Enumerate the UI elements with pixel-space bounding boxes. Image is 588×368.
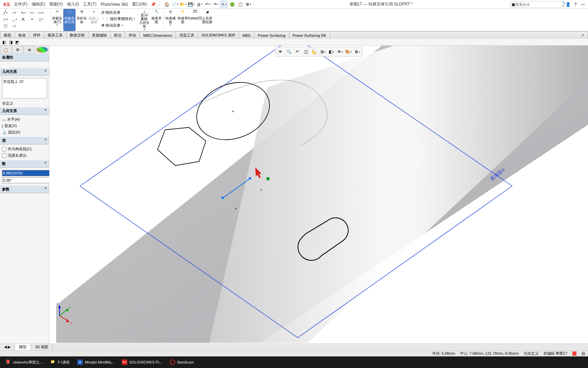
- param-angle-input[interactable]: [2, 177, 51, 183]
- open-icon[interactable]: 📂▾: [179, 1, 187, 8]
- mirror-button[interactable]: ⇄ 镜向实体: [101, 10, 136, 15]
- param-length-input[interactable]: [2, 170, 51, 176]
- text-icon[interactable]: A: [19, 17, 27, 22]
- panel-tab-prop[interactable]: ⚙: [12, 46, 24, 54]
- task-explorer[interactable]: 📁F:\课程: [47, 357, 73, 367]
- polygon-icon[interactable]: ⬡: [1, 24, 10, 28]
- menu-insert[interactable]: 插入(I): [65, 1, 81, 7]
- menu-view[interactable]: 视图(V): [47, 1, 65, 7]
- more-params-header[interactable]: 参数⌃: [0, 186, 49, 193]
- help-icon[interactable]: ?: [572, 1, 579, 8]
- rel-fix[interactable]: ⚓ 固定(F): [2, 129, 47, 136]
- menu-file[interactable]: 文件(F): [12, 1, 29, 7]
- quick-snap-button[interactable]: ◎快速捕 捉▾: [164, 9, 177, 31]
- task-mindjet[interactable]: MMindjet MindMa...: [74, 357, 118, 367]
- linear-pattern-button[interactable]: ⋮⋮ 线性草图阵列▾: [101, 16, 136, 22]
- tab-power-surfacing[interactable]: Power Surfacing: [255, 31, 289, 39]
- select-icon[interactable]: ↖▾: [220, 1, 228, 8]
- zoom-area-icon[interactable]: 🔍: [285, 48, 293, 56]
- tab-power-surfacing-re[interactable]: Power Surfacing RE: [289, 31, 330, 39]
- status-suffix[interactable]: 自: [582, 351, 585, 356]
- menu-pin-icon[interactable]: 📌: [149, 2, 158, 7]
- circle-icon[interactable]: ○▾: [10, 10, 18, 15]
- home-icon[interactable]: 🏠: [163, 1, 170, 8]
- menu-edit[interactable]: 编辑(E): [30, 1, 47, 7]
- display-style-icon[interactable]: ◧▾: [328, 48, 335, 56]
- scene-icon[interactable]: 🖥▾: [353, 48, 361, 56]
- spline-icon[interactable]: ∿▾: [19, 10, 27, 15]
- panel-tab-tree[interactable]: 📋: [0, 46, 12, 54]
- search-input[interactable]: [515, 2, 562, 6]
- save-icon[interactable]: 💾▾: [187, 1, 195, 8]
- tab-expand-icon[interactable]: ⤢: [578, 31, 588, 39]
- new-icon[interactable]: 📄▾: [171, 1, 179, 8]
- graphics-viewport[interactable]: 👁 🔍 ↶ ◫ 📐 ⊞▾ ◧▾ 👁▾ 🎨▾ 🖥▾: [49, 46, 588, 343]
- redo-icon[interactable]: ↷▾: [212, 1, 219, 8]
- panel-tab-config[interactable]: ⊕: [23, 46, 35, 54]
- repair-sketch-button[interactable]: 🔧修复草 图: [150, 9, 163, 31]
- tab-direct-edit[interactable]: 直接编辑: [88, 31, 111, 39]
- display-relations-button[interactable]: ⊥显示/删除 几何关系▾: [138, 9, 150, 31]
- tab-annotate[interactable]: 标注: [111, 31, 125, 39]
- options-header[interactable]: 项⌃: [0, 137, 49, 144]
- rel-horizontal[interactable]: — 水平(H): [2, 116, 47, 123]
- infinite-length-checkbox[interactable]: [2, 153, 6, 158]
- appearance-icon[interactable]: 🎨▾: [345, 48, 352, 56]
- task-solidworks-doc[interactable]: 📕olidworks草图之...: [2, 357, 46, 367]
- tab-arrows[interactable]: ◀ ▶: [0, 344, 15, 350]
- menu-tools[interactable]: 工具(T): [81, 1, 98, 7]
- rebuild-icon[interactable]: 🟢: [228, 1, 236, 8]
- menu-window[interactable]: 窗口(W): [130, 1, 149, 7]
- tab-3d-view[interactable]: 3D 视图: [31, 344, 53, 350]
- slot-icon[interactable]: ⬭▾: [1, 17, 10, 22]
- line-icon[interactable]: ╱▾: [1, 10, 10, 15]
- instant2d-button[interactable]: 2DInstant2D: [189, 9, 201, 31]
- tab-mold[interactable]: 模具工具: [44, 31, 66, 39]
- tab-render[interactable]: 渲染工具: [176, 31, 198, 39]
- trim-button[interactable]: ✂剪裁实 体(T)▾: [51, 9, 63, 31]
- tree-icon3[interactable]: ◩: [14, 40, 20, 45]
- undo-icon[interactable]: ↶▾: [204, 1, 211, 8]
- task-solidworks[interactable]: SWSOLIDWORKS Pr...: [118, 357, 166, 367]
- rel-vertical[interactable]: | 竖直(V): [2, 123, 47, 129]
- convert-entities-button[interactable]: ⬚转换实 体引用▾: [63, 9, 76, 31]
- menu-photoview[interactable]: PhotoView 360: [98, 2, 130, 7]
- tab-evaluate[interactable]: 评估: [125, 31, 140, 39]
- file-props-icon[interactable]: 📋: [236, 1, 244, 8]
- dynamic-annot-icon[interactable]: 📐: [311, 48, 318, 56]
- rectangle-icon[interactable]: ▭▾: [37, 10, 45, 15]
- minimize-icon[interactable]: —: [579, 1, 587, 8]
- task-bandicam[interactable]: Bandicam: [166, 357, 197, 367]
- tab-mbd-dims[interactable]: MBD Dimensions: [140, 31, 176, 39]
- shaded-sketch-button[interactable]: ◢上色草 图轮廓: [201, 9, 213, 31]
- tree-icon2[interactable]: ◨: [8, 40, 13, 45]
- point-icon[interactable]: •: [28, 17, 36, 22]
- ellipse-icon[interactable]: ⬯▾: [37, 17, 45, 22]
- options-icon[interactable]: ⚙▾: [245, 1, 252, 8]
- surface-offset-button[interactable]: ◈曲面上 偏移: [88, 9, 100, 31]
- relations-list[interactable]: 在边线上 10: [2, 78, 47, 98]
- tab-data-migration[interactable]: 数据迁移: [66, 31, 88, 39]
- section-view-icon[interactable]: ◫: [302, 48, 310, 56]
- tab-sheetmetal[interactable]: 钣金: [15, 31, 30, 39]
- zoom-fit-icon[interactable]: 👁: [277, 48, 284, 56]
- orientation-icon[interactable]: ⊞▾: [319, 48, 327, 56]
- offset-button[interactable]: ⧉等距实 体: [76, 9, 88, 31]
- tab-weldments[interactable]: 焊件: [30, 31, 44, 39]
- construction-checkbox[interactable]: [2, 147, 6, 151]
- params-header[interactable]: 数⌃: [0, 160, 49, 168]
- print-icon[interactable]: 🖨▾: [196, 1, 203, 8]
- plane-icon[interactable]: ▱: [10, 24, 18, 28]
- tab-mbd[interactable]: MBD: [239, 31, 255, 39]
- panel-tab-appearance[interactable]: [36, 47, 48, 53]
- status-unit-icon[interactable]: 🟥: [572, 351, 577, 356]
- rapid-sketch-button[interactable]: ⚡快速草 图: [177, 9, 189, 31]
- arc-icon[interactable]: ◡▾: [10, 17, 18, 22]
- prev-view-icon[interactable]: ↶: [294, 48, 301, 56]
- tab-sw-addins[interactable]: SOLIDWORKS 插件: [198, 31, 239, 39]
- add-relations-header[interactable]: 几何关系⌃: [0, 107, 49, 115]
- fillet-icon[interactable]: ⌐▾: [28, 10, 36, 15]
- tab-model[interactable]: 模型: [15, 344, 31, 350]
- relations-header[interactable]: 几何关系⌃: [0, 68, 49, 76]
- command-search[interactable]: ▣ 🔍▾: [510, 1, 564, 8]
